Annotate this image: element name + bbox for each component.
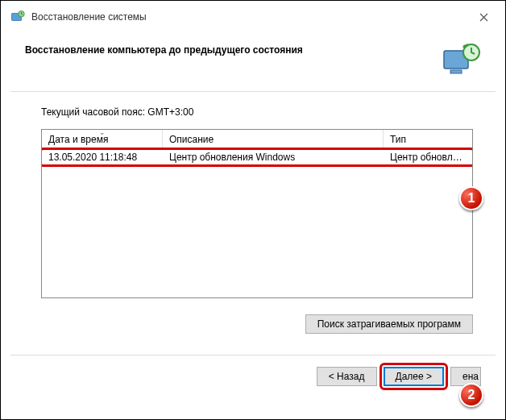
column-label: Описание [169,134,214,145]
close-button[interactable] [471,9,496,25]
system-restore-icon [10,10,25,24]
content-area: Текущий часовой пояс: GMT+3:00 ⌄ Дата и … [1,92,505,303]
wizard-footer: < Назад Далее > ена [1,356,505,397]
scan-affected-programs-button[interactable]: Поиск затрагиваемых программ [305,314,473,334]
timezone-label: Текущий часовой пояс: GMT+3:00 [41,106,473,118]
annotation-marker-1: 1 [459,186,483,210]
affected-programs-row: Поиск затрагиваемых программ [1,303,505,334]
table-header: ⌄ Дата и время Описание Тип [42,130,472,149]
annotation-marker-2: 2 [459,383,483,407]
back-button[interactable]: < Назад [317,367,377,386]
header: Восстановление компьютера до предыдущего… [1,33,505,91]
next-button[interactable]: Далее > [384,367,445,386]
sort-desc-icon: ⌄ [99,130,106,136]
window-title: Восстановление системы [31,11,471,23]
column-label: Тип [390,134,406,145]
cell-description: Центр обновления Windows [163,152,384,163]
column-header-date[interactable]: ⌄ Дата и время [42,130,163,148]
table-row[interactable]: 13.05.2020 11:18:48 Центр обновления Win… [42,149,472,165]
titlebar: Восстановление системы [1,1,505,33]
svg-rect-3 [450,70,462,73]
column-header-type[interactable]: Тип [384,130,472,148]
page-heading: Восстановление компьютера до предыдущего… [25,43,442,56]
restore-hero-icon [442,43,481,77]
restore-points-table[interactable]: ⌄ Дата и время Описание Тип 13.05.2020 1… [41,129,473,298]
cell-date: 13.05.2020 11:18:48 [42,152,163,163]
column-header-description[interactable]: Описание [163,130,384,148]
cell-type: Центр обновле... [384,152,472,163]
